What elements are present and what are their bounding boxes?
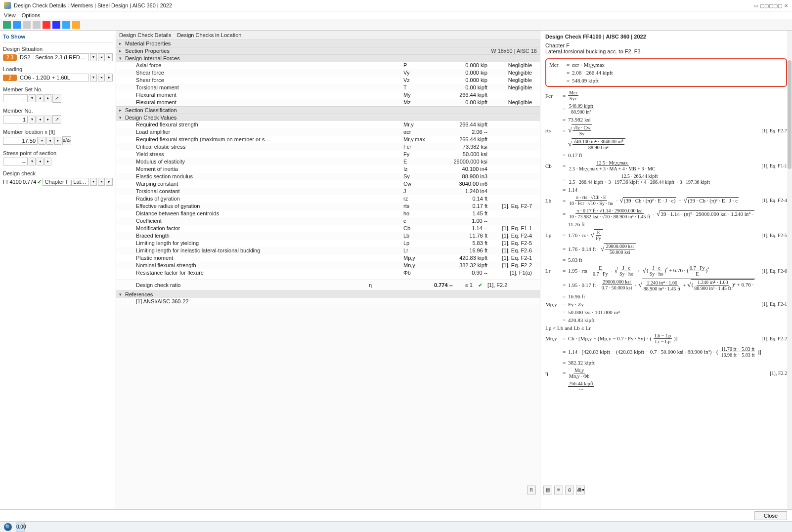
section-values[interactable]: ▾Design Check Values	[116, 114, 540, 121]
next-button[interactable]: ▸	[44, 158, 51, 165]
value-row: Elastic section modulusSy88.900 in3	[116, 173, 540, 180]
chevron-down-icon[interactable]: ▾	[90, 74, 97, 82]
section-forces[interactable]: ▾Design Internal Forces	[116, 54, 540, 62]
reference-row: [1] ANSI/AISC 360-22	[116, 298, 540, 305]
tab-location[interactable]: Design Checks in Location	[177, 32, 241, 38]
footer: Close	[0, 509, 792, 521]
tool-icon-5[interactable]	[43, 21, 50, 29]
minimize-icon[interactable]: ▭	[753, 3, 758, 8]
prev-button[interactable]: ◂	[37, 94, 44, 102]
expand-icon[interactable]: ▸	[119, 108, 125, 113]
view-icon-3[interactable]: ⎙	[565, 486, 574, 494]
force-row: Shear forceVz0.000 kipNegligible	[116, 77, 540, 84]
member-loc-label: Member location x [ft]	[3, 129, 113, 135]
close-icon[interactable]: ✕	[784, 3, 788, 8]
collapse-icon[interactable]: ▾	[119, 292, 125, 297]
app-icon	[4, 2, 11, 9]
value-row: Required flexural strength (maximum on m…	[116, 136, 540, 143]
menu-view[interactable]: View	[4, 12, 16, 18]
search-icon[interactable]: 🔍	[4, 523, 12, 531]
loading-label: Loading	[3, 66, 113, 72]
close-button[interactable]: Close	[754, 511, 787, 520]
prev-button[interactable]: ◂	[37, 158, 44, 165]
decimal-icon[interactable]: 0,00	[16, 523, 25, 532]
tool-icon-4[interactable]	[33, 21, 41, 29]
design-situation-select[interactable]: DS2 - Section 2.3 (LRFD), 1. to 5.	[18, 53, 89, 61]
pick-icon[interactable]: ↗	[52, 115, 61, 124]
condition-text: Lp < Lb and Lb ≤ Lr	[545, 325, 591, 331]
design-check-select[interactable]: Chapter F | Lateral-torsio...	[43, 178, 89, 186]
tool-icon-1[interactable]	[3, 21, 11, 29]
section-classification[interactable]: ▸Section Classification	[116, 106, 540, 114]
section-material[interactable]: ▸Material Properties	[116, 40, 540, 47]
expand-icon[interactable]: ▸	[119, 48, 125, 53]
right-title: Design Check FF4100 | AISC 360 | 2022	[545, 33, 787, 42]
value-row: Modification factorCb1.14 --[1], Eq. F1-…	[116, 225, 540, 232]
view-icon-1[interactable]: ▤	[543, 486, 552, 494]
tool-icon-2[interactable]	[13, 21, 21, 29]
stress-point-select[interactable]: --	[3, 158, 28, 165]
next-button[interactable]: ▸	[106, 53, 113, 61]
toolbar	[0, 19, 792, 31]
next-button[interactable]: ▸	[44, 116, 51, 123]
chevron-down-icon[interactable]: ▾	[29, 158, 36, 165]
scrollbar[interactable]	[787, 31, 792, 509]
chevron-down-icon[interactable]: ▾	[90, 53, 97, 61]
left-panel: To Show Design Situation 2.3 DS2 - Secti…	[0, 31, 116, 509]
chevron-down-icon[interactable]: ▾	[90, 178, 97, 186]
tool-icon-8[interactable]	[72, 21, 80, 29]
value-row: Required flexural strengthMr,y266.44 kip…	[116, 121, 540, 128]
force-row: Shear forceVy0.000 kipNegligible	[116, 69, 540, 77]
dc-code: FF4100	[3, 179, 22, 185]
section-references[interactable]: ▾References	[116, 290, 540, 298]
pick-icon[interactable]: ↗	[52, 94, 61, 103]
next-button[interactable]: ▸	[106, 74, 113, 82]
view-icon-2[interactable]: ≡	[554, 486, 563, 494]
next-button[interactable]: ▸	[54, 137, 61, 145]
tool-icon-6[interactable]	[52, 21, 60, 29]
value-row: Coefficientc1.00 --	[116, 217, 540, 225]
member-set-select[interactable]: --	[3, 94, 28, 102]
statusbar: 🔍 0,00	[0, 521, 792, 532]
design-check-label: Design check	[3, 170, 113, 176]
value-row: Effective radius of gyrationrts0.17 ft[1…	[116, 203, 540, 210]
value-row: Critical elastic stressFcr73.982 ksi	[116, 143, 540, 151]
chevron-down-icon[interactable]: ▾	[29, 116, 36, 123]
prev-button[interactable]: ◂	[46, 137, 53, 145]
ds-badge: 2.3	[3, 54, 17, 61]
ltb-label: Lateral-torsional buckling acc. to F2, F…	[545, 48, 787, 54]
prev-button[interactable]: ◂	[98, 53, 105, 61]
member-loc-input[interactable]: 17.50	[3, 137, 38, 145]
menu-options[interactable]: Options	[22, 12, 41, 18]
expand-icon[interactable]: ▸	[119, 41, 125, 46]
member-no-label: Member No.	[3, 108, 113, 114]
collapse-icon[interactable]: ▾	[119, 56, 125, 61]
maximize-icon[interactable]: ▢▢▢▢▢	[760, 3, 782, 8]
panel-title: To Show	[3, 33, 113, 43]
loading-select[interactable]: CO6 - 1.20D + 1.60L	[18, 74, 89, 82]
prev-button[interactable]: ◂	[37, 116, 44, 123]
print-icon[interactable]: 🖶▾	[576, 486, 585, 494]
member-no-select[interactable]: 1	[3, 116, 28, 123]
force-row: Torsional momentT0.00 kipftNegligible	[116, 84, 540, 91]
tab-details[interactable]: Design Check Details	[119, 32, 171, 38]
prev-button[interactable]: ◂	[98, 74, 105, 82]
export-icon[interactable]: ⎘	[527, 486, 536, 494]
value-row: Plastic momentMp,y420.83 kipft[1], Eq. F…	[116, 254, 540, 262]
collapse-icon[interactable]: ▾	[119, 115, 125, 120]
value-row: Torsional constantJ1.240 in4	[116, 188, 540, 195]
member-set-label: Member Set No.	[3, 86, 113, 92]
tool-icon-3[interactable]	[23, 21, 31, 29]
value-row: Limiting length for inelastic lateral-to…	[116, 247, 540, 254]
tool-icon-7[interactable]	[62, 21, 70, 29]
chapter-label: Chapter F	[545, 42, 787, 48]
next-button[interactable]: ▸	[44, 94, 51, 102]
prev-button[interactable]: ◂	[98, 178, 105, 186]
chevron-down-icon[interactable]: ▾	[39, 137, 45, 145]
xx-button[interactable]: x/x₀	[62, 136, 71, 145]
next-button[interactable]: ▸	[106, 178, 113, 186]
section-section-props[interactable]: ▸Section PropertiesW 18x50 | AISC 16	[116, 47, 540, 54]
chevron-down-icon[interactable]: ▾	[29, 94, 36, 102]
value-row: Radius of gyrationrz0.14 ft	[116, 195, 540, 203]
value-row: Distance between flange centroidsho1.45 …	[116, 210, 540, 217]
